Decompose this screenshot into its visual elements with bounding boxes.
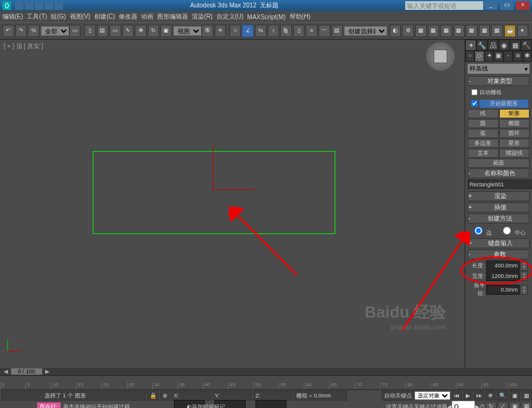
redo-button[interactable]: ↷ — [15, 25, 27, 37]
qr4[interactable]: ▦ — [466, 25, 478, 37]
menu-rendering[interactable]: 渲染(R) — [192, 12, 213, 21]
menu-customize[interactable]: 自定义(U) — [217, 12, 244, 21]
nav-zoom-ext-button[interactable]: ▣ — [510, 391, 520, 401]
time-config-button[interactable]: ⏱ — [479, 404, 485, 408]
cat-space[interactable]: ≋ — [513, 51, 522, 62]
nav-more-button[interactable]: ▦ — [521, 402, 532, 408]
manip-button[interactable]: ☀ — [215, 25, 226, 37]
startnew-checkbox[interactable] — [471, 100, 478, 106]
qr5[interactable]: ▦ — [479, 25, 491, 37]
btn-line[interactable]: 线 — [468, 109, 499, 118]
nav-pan-button[interactable]: ✥ — [486, 391, 496, 401]
rollout-rendering[interactable]: +渲染 — [468, 191, 530, 201]
object-name-input[interactable] — [468, 180, 532, 189]
render-button[interactable]: ☕ — [504, 25, 516, 37]
select-name-button[interactable]: ▤ — [97, 25, 109, 37]
cat-shapes[interactable]: ◇ — [474, 51, 484, 62]
width-spinner[interactable]: ▴▾ — [520, 271, 528, 281]
shape-rectangle[interactable] — [93, 151, 335, 234]
link-button[interactable]: % — [28, 25, 40, 37]
menu-group[interactable]: 组(G) — [51, 12, 66, 21]
addtime-button[interactable]: 添加时间标记 — [192, 403, 241, 409]
close-button[interactable]: × — [516, 1, 530, 10]
viewcube[interactable] — [426, 42, 455, 71]
pivot-button[interactable]: ⦿ — [202, 25, 213, 37]
btn-section[interactable]: 截面 — [468, 158, 530, 168]
keyfilter-button[interactable]: 关键点过滤器 — [414, 403, 447, 409]
minimize-button[interactable]: _ — [484, 1, 497, 10]
snap-toggle[interactable]: ⌗ — [230, 25, 241, 37]
btn-arc[interactable]: 弧 — [468, 129, 499, 138]
move-button[interactable]: ✥ — [135, 25, 147, 37]
sel-crossing-button[interactable]: ▭ — [69, 25, 81, 37]
cat-lights[interactable]: ✦ — [484, 51, 494, 62]
time-slider[interactable]: ◀ 0 / 100 ▶ — [0, 368, 532, 375]
render-setup-button[interactable]: ⚙ — [402, 25, 414, 37]
frame-input[interactable] — [452, 401, 475, 409]
menu-tools[interactable]: 工具(T) — [27, 12, 47, 21]
menu-view[interactable]: 视图(V) — [70, 12, 90, 21]
nav-orbit-button[interactable]: ↻ — [486, 402, 497, 408]
qr7[interactable]: ▾ — [517, 25, 529, 37]
timeline[interactable]: 0510 152025 303540 455055 606570 758085 … — [0, 375, 532, 389]
lock-button[interactable]: 🔒 — [147, 391, 159, 401]
selection-filter[interactable]: 全部 — [41, 26, 69, 36]
rollout-object-type[interactable]: -对象类型 — [468, 76, 530, 86]
qr3[interactable]: ▦ — [453, 25, 465, 37]
play-button[interactable]: ▶ — [463, 391, 473, 401]
qr1[interactable]: ▦ — [428, 25, 440, 37]
render-frame-button[interactable]: ▦ — [415, 25, 427, 37]
tab-utilities[interactable]: 🔨 — [521, 40, 532, 51]
tab-create[interactable]: ✦ — [465, 40, 476, 51]
btn-ellipse[interactable]: 椭圆 — [499, 119, 530, 128]
autokey-button[interactable]: 自动关键点 — [382, 391, 414, 401]
shape-type-dropdown[interactable]: 样条线▾ — [468, 64, 530, 74]
rollout-creation-method[interactable]: -创建方法 — [468, 214, 530, 224]
coord-z-input[interactable] — [255, 400, 286, 408]
cat-systems[interactable]: ✱ — [523, 51, 532, 62]
rollout-parameters[interactable]: -参数 — [468, 250, 530, 259]
viewport-label[interactable]: [ + ] 顶 [ 真实 ] — [4, 42, 43, 51]
btn-helix[interactable]: 螺旋线 — [499, 149, 530, 158]
width-input[interactable] — [486, 271, 520, 281]
cat-cameras[interactable]: ▣ — [494, 51, 503, 62]
btn-circle[interactable]: 圆 — [468, 119, 499, 128]
schematic-button[interactable]: ▤ — [332, 25, 343, 37]
btn-rectangle[interactable]: 矩形 — [499, 109, 530, 118]
cat-helpers[interactable]: ▫ — [504, 51, 513, 62]
autogrid-checkbox[interactable] — [471, 89, 478, 95]
radio-center[interactable]: 中心 — [500, 225, 526, 237]
tab-modify[interactable]: 🔧 — [476, 40, 487, 51]
qr6[interactable]: ▦ — [491, 25, 503, 37]
radio-edge[interactable]: 边 — [471, 225, 492, 237]
mirror-button[interactable]: ⧎ — [280, 25, 292, 37]
scale-button[interactable]: ▣ — [160, 25, 172, 37]
menu-help[interactable]: 帮助(H) — [290, 12, 311, 21]
spinner-snap-toggle[interactable]: ↕ — [268, 25, 280, 37]
tab-hierarchy[interactable]: 品 — [487, 40, 499, 51]
mat-editor-button[interactable]: ◐ — [390, 25, 401, 37]
nav-max-button[interactable]: ▣ — [509, 402, 520, 408]
undo-button[interactable]: ↶ — [2, 25, 14, 37]
corner-spinner[interactable]: ▴▾ — [520, 285, 528, 295]
rollout-name-color[interactable]: -名称和颜色 — [468, 168, 530, 178]
corner-input[interactable] — [486, 285, 520, 295]
select-paint-button[interactable]: ✎ — [122, 25, 134, 37]
help-search-input[interactable] — [405, 1, 483, 10]
rollout-keyboard-entry[interactable]: +键盘输入 — [468, 238, 530, 248]
tab-motion[interactable]: ◉ — [499, 40, 510, 51]
ref-coord-dropdown[interactable]: 视图 — [173, 26, 202, 36]
menu-maxscript[interactable]: MAXScript(M) — [247, 14, 286, 20]
curve-editor-button[interactable]: 〰 — [319, 25, 330, 37]
menu-create[interactable]: 创建(C) — [94, 12, 115, 21]
abs-button[interactable]: ⊕ — [160, 391, 170, 401]
nav-zoom-button[interactable]: 🔍 — [497, 391, 508, 401]
isolate-button[interactable]: ◐ — [187, 404, 192, 408]
step-fwd-button[interactable]: ▶ — [475, 404, 479, 408]
qr2[interactable]: ▦ — [440, 25, 452, 37]
length-spinner[interactable]: ▴▾ — [520, 261, 528, 271]
setkey-button[interactable]: 设置关键点 — [386, 403, 414, 409]
select-button[interactable]: ▯ — [84, 25, 96, 37]
btn-text[interactable]: 文本 — [468, 149, 499, 158]
nav-fov-button[interactable]: ▦ — [521, 391, 532, 401]
